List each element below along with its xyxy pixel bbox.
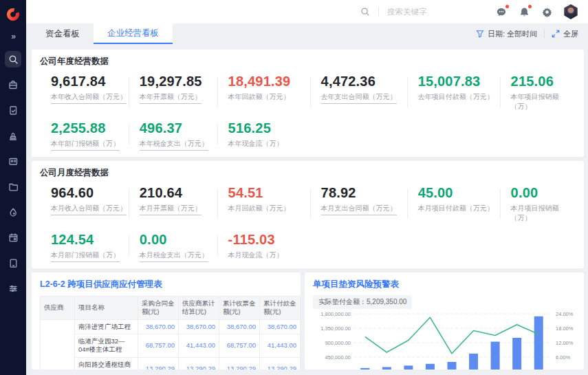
funnel-icon <box>476 30 484 38</box>
kpi-value: 9,617.84 <box>51 74 129 89</box>
kpi-label: 本月开票额（万元） <box>140 204 202 215</box>
bar-0[interactable] <box>360 368 369 369</box>
amount-cell: 38,670.00 <box>138 319 179 334</box>
kpi: 964.60本月收入合同额（万元） <box>40 185 129 224</box>
dashboard-content: 公司年度经营数据 9,617.84本年收入合同额（万元）19,297.85本年开… <box>26 44 588 375</box>
amount-cell: 38,670.00 <box>219 319 260 334</box>
project-name-cell: 向阳路交通枢纽商业办公项目 <box>75 357 138 369</box>
advance-risk-chart[interactable]: 1,800,000.0024.00%1,350,000.0018.00%900,… <box>313 310 576 369</box>
kpi-value: 15,007.83 <box>418 74 500 89</box>
supplier-table-title: L2-6-2 跨项目供应商应付管理表 <box>40 279 292 290</box>
amount-cell: 38,670.00 <box>260 319 301 334</box>
kpi: 124.54本月部门报销额（万） <box>40 232 129 262</box>
kpi-value: 54.51 <box>228 185 310 201</box>
table-header-cell: 供应商累计结算(元) <box>179 297 219 320</box>
app-logo[interactable] <box>6 6 20 23</box>
message-icon[interactable] <box>496 7 507 17</box>
kpi-label: 本月部门报销额（万） <box>51 250 120 262</box>
kpi-label: 去年项目付款额（万元） <box>418 92 494 103</box>
sidebar-item-sliders[interactable] <box>5 280 21 297</box>
amount-cell: 13,290.29 <box>219 357 260 369</box>
kpi-value: -115.03 <box>228 232 310 248</box>
date-filter[interactable]: 日期: 全部时间 <box>476 29 537 39</box>
supplier-cell: 西安云峰建材有限公司 <box>41 319 75 369</box>
notification-dot <box>505 5 509 8</box>
annual-card-title: 公司年度经营数据 <box>40 56 576 67</box>
y-axis-right-tick: 18.00% <box>556 325 574 332</box>
calendar-icon <box>8 233 19 243</box>
tab-enterprise-dashboard[interactable]: 企业经营看板 <box>94 23 173 44</box>
search-icon[interactable] <box>360 7 370 17</box>
search-input[interactable] <box>387 8 463 16</box>
table-header-cell: 累计收票金额(元) <box>219 297 260 320</box>
tab-fund-dashboard[interactable]: 资金看板 <box>32 23 94 44</box>
bar-8[interactable] <box>534 317 543 369</box>
monthly-kpi-grid: 964.60本月收入合同额（万元）210.64本月开票额（万元）54.51本月回… <box>40 185 576 262</box>
y-axis-right-tick: 24.00% <box>556 311 574 317</box>
sliders-icon <box>8 283 19 294</box>
kpi: 18,491.39本年回款额（万元） <box>217 74 310 113</box>
search-icon <box>8 54 19 65</box>
kpi-value: 45.00 <box>418 185 500 201</box>
topbar-divider <box>378 7 379 17</box>
table-header-cell: 供应商 <box>41 297 75 320</box>
bar-6[interactable] <box>491 342 500 369</box>
kpi-value: 2,255.88 <box>51 120 129 136</box>
y-axis-left-tick: 450,000.00 <box>325 354 351 361</box>
sidebar: » <box>0 0 26 375</box>
sidebar-item-briefcase[interactable] <box>5 76 21 93</box>
bar-7[interactable] <box>512 338 521 369</box>
fullscreen-icon <box>552 30 560 38</box>
kpi: -115.03本月现金流（万） <box>217 232 310 262</box>
expand-sidebar-icon[interactable]: » <box>11 32 15 41</box>
y-axis-right-tick: 6.00% <box>556 354 571 361</box>
amount-cell: 41,443.00 <box>179 334 219 358</box>
sidebar-item-droplet[interactable] <box>5 204 21 220</box>
y-axis-right-tick: 0% <box>556 369 563 369</box>
kpi: 0.00本月税金支出（万元） <box>129 232 217 262</box>
sidebar-item-calendar[interactable] <box>5 229 21 246</box>
monthly-data-card: 公司月度经营数据 964.60本月收入合同额（万元）210.64本月开票额（万元… <box>32 161 584 268</box>
kpi-value: 19,297.85 <box>140 74 217 89</box>
project-name-cell: 临港产业园32—04#楼主体工程 <box>75 334 138 358</box>
monthly-card-title: 公司月度经营数据 <box>40 167 576 179</box>
kpi-value: 18,491.39 <box>228 74 310 89</box>
sidebar-item-folder[interactable] <box>5 178 21 195</box>
y-axis-left-tick: 900,000.00 <box>325 340 351 346</box>
gear-icon[interactable] <box>542 7 552 17</box>
tablet-icon <box>8 258 19 268</box>
sidebar-item-tablet[interactable] <box>5 255 21 271</box>
sidebar-item-file-check[interactable] <box>5 102 21 118</box>
date-filter-label: 日期: 全部时间 <box>488 29 537 39</box>
kpi-label: 本年现金流（万） <box>228 139 283 150</box>
sidebar-item-stamp[interactable] <box>5 127 21 144</box>
kpi-value: 0.00 <box>140 232 217 248</box>
amount-cell: 13,290.29 <box>260 357 301 369</box>
user-avatar[interactable] <box>563 4 578 19</box>
fullscreen-button[interactable]: 全屏 <box>552 29 578 39</box>
kpi-label: 本月收入合同额（万元） <box>51 204 127 215</box>
amount-cell: 68,757.00 <box>219 334 260 358</box>
kpi: 496.37本年税金支出（万元） <box>129 120 217 151</box>
kpi: 54.51本月回款额（万元） <box>217 185 310 224</box>
kpi-label: 本月项目付款额（万元） <box>418 204 494 215</box>
bar-4[interactable] <box>448 362 457 369</box>
kpi-value: 78.92 <box>321 185 407 201</box>
kpi: 19,297.85本年开票额（万元） <box>129 74 217 113</box>
bar-1[interactable] <box>382 367 391 369</box>
bar-2[interactable] <box>404 365 413 369</box>
kpi-label: 本年部门报销额（万） <box>51 139 120 151</box>
amount-cell: 41,443.00 <box>260 334 301 358</box>
topbar <box>26 0 588 23</box>
table-row: 向阳路交通枢纽商业办公项目13,290.2913,290.2913,290.29… <box>41 357 301 369</box>
table-row: 临港产业园32—04#楼主体工程68,757.0041,443.0068,757… <box>41 334 301 358</box>
sidebar-item-id-card[interactable] <box>5 153 21 169</box>
bar-3[interactable] <box>426 364 435 369</box>
kpi: 516.25本年现金流（万） <box>217 120 310 151</box>
bar-5[interactable] <box>469 354 478 369</box>
bell-icon[interactable] <box>519 7 530 17</box>
risk-chart-card: 单项目垫资风险预警表 实际垫付金额：5,209,350.00 1,800,000… <box>305 272 584 369</box>
folder-icon <box>8 182 19 192</box>
risk-chart-title: 单项目垫资风险预警表 <box>313 279 576 290</box>
sidebar-item-search[interactable] <box>5 51 21 67</box>
